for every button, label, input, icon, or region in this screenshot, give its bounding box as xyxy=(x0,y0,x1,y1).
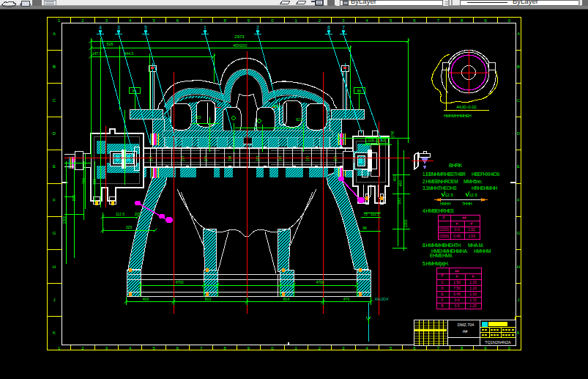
svg-text:147.5: 147.5 xyxy=(92,51,102,56)
svg-text:EHMEHM9.: EHMEHM9. xyxy=(430,253,453,258)
svg-text:8.HMHMHBHEHTH: 8.HMHMHBHEHTH xyxy=(423,243,461,248)
svg-text:86: 86 xyxy=(357,89,362,93)
svg-text:MMH5nn.: MMH5nn. xyxy=(464,179,483,184)
svg-text:1.50: 1.50 xyxy=(453,280,461,284)
svg-text:ByLayer: ByLayer xyxy=(513,0,538,5)
svg-text:J: J xyxy=(518,298,520,302)
svg-text:G: G xyxy=(53,231,56,235)
svg-text:ByLayer: ByLayer xyxy=(351,0,376,5)
svg-text:0.45: 0.45 xyxy=(453,234,461,238)
svg-text:H: H xyxy=(53,265,56,269)
svg-text:##: ## xyxy=(462,216,466,220)
svg-text:6: 6 xyxy=(327,25,330,30)
svg-text:4700: 4700 xyxy=(316,280,324,284)
svg-text:XHJDX: XHJDX xyxy=(373,297,390,301)
svg-text:D: D xyxy=(517,131,521,136)
svg-text:0.5: 0.5 xyxy=(455,303,460,308)
svg-text:HXHH: HXHH xyxy=(440,202,450,206)
svg-text:C: C xyxy=(53,98,56,103)
svg-text:C: C xyxy=(441,280,444,284)
svg-text:0.4: 0.4 xyxy=(455,227,460,232)
svg-text:444.5: 444.5 xyxy=(124,51,134,56)
svg-text:42.8: 42.8 xyxy=(272,104,280,108)
svg-text:D: D xyxy=(53,131,56,136)
svg-text:(1500): (1500) xyxy=(439,234,450,238)
svg-text:450: 450 xyxy=(398,180,403,187)
svg-text:1.52: 1.52 xyxy=(468,227,475,232)
svg-text:470: 470 xyxy=(343,297,350,301)
svg-text:3.1MHHTHEOHS: 3.1MHHTHEOHS xyxy=(423,185,457,191)
svg-text:G: G xyxy=(517,231,521,235)
svg-text:HMHMHHMHEH: HMHMHHMHEH xyxy=(444,114,472,118)
svg-text:#: # xyxy=(456,274,458,279)
svg-text:D: D xyxy=(441,286,444,290)
svg-text:400: 400 xyxy=(92,179,97,185)
svg-text:1: 1 xyxy=(204,25,206,30)
svg-text:5.HMHM(a)H.: 5.HMHM(a)H. xyxy=(423,261,449,267)
svg-text:526: 526 xyxy=(106,42,113,46)
svg-text:A#: A# xyxy=(463,329,469,334)
svg-text:44JD-0.02: 44JD-0.02 xyxy=(456,105,477,109)
svg-text:#: # xyxy=(456,221,458,226)
svg-text:(1200): (1200) xyxy=(439,227,450,232)
svg-text:12.5: 12.5 xyxy=(444,193,453,197)
svg-text:4700: 4700 xyxy=(175,280,183,284)
svg-text:HBEFHXHIO9.: HBEFHXHIO9. xyxy=(472,172,501,177)
svg-text:62.5: 62.5 xyxy=(296,117,303,122)
svg-text:7.50: 7.50 xyxy=(453,286,461,290)
svg-text:1.25: 1.25 xyxy=(469,303,477,308)
svg-text:4: 4 xyxy=(99,25,102,30)
svg-text:700: 700 xyxy=(81,178,86,185)
svg-text:DMZ.704: DMZ.704 xyxy=(458,323,475,327)
svg-text:B: B xyxy=(53,65,56,69)
svg-text:A: A xyxy=(517,32,520,36)
svg-text:A: A xyxy=(53,32,56,36)
svg-text:0.45: 0.45 xyxy=(453,292,461,296)
svg-text:1.53: 1.53 xyxy=(468,234,475,238)
svg-text:E: E xyxy=(53,164,56,169)
svg-text:118: 118 xyxy=(368,138,374,142)
svg-text:7HHH: 7HHH xyxy=(462,202,472,206)
svg-text:800: 800 xyxy=(72,195,76,202)
svg-text:0.6: 0.6 xyxy=(455,298,460,302)
svg-text:K: K xyxy=(53,331,56,335)
svg-text:MHA.M.: MHA.M. xyxy=(468,243,484,248)
svg-text:K: K xyxy=(517,331,520,335)
svg-text:96: 96 xyxy=(362,226,367,230)
svg-text:814: 814 xyxy=(283,297,290,301)
svg-text:123: 123 xyxy=(195,115,201,119)
svg-text:112.5: 112.5 xyxy=(371,212,379,216)
svg-text:B: B xyxy=(517,65,520,69)
svg-text:2973: 2973 xyxy=(234,34,245,39)
svg-text:F: F xyxy=(53,198,56,202)
svg-text:E: E xyxy=(517,164,520,169)
svg-text:1300: 1300 xyxy=(62,216,67,224)
svg-text:4.HMBEHRHES: 4.HMBEHRHES xyxy=(423,208,455,213)
svg-text:(80): (80) xyxy=(397,197,401,204)
svg-text:#DN200: #DN200 xyxy=(234,43,248,48)
svg-text:3: 3 xyxy=(117,25,120,30)
svg-text:BHRK: BHRK xyxy=(449,163,463,168)
svg-text:J: J xyxy=(53,298,56,302)
svg-text:400: 400 xyxy=(143,297,149,301)
svg-text:810: 810 xyxy=(205,297,212,301)
svg-text:HMHHM: HMHHM xyxy=(474,249,491,254)
svg-text:5: 5 xyxy=(144,25,147,30)
svg-text:(74): (74) xyxy=(390,130,395,137)
svg-text:1.72: 1.72 xyxy=(469,298,477,302)
svg-text:F: F xyxy=(517,198,520,202)
svg-text:C: C xyxy=(517,98,521,103)
svg-text:##: ## xyxy=(455,269,459,273)
svg-text:1.EBNHMRHBSTHBR: 1.EBNHMRHBSTHBR xyxy=(423,172,466,177)
svg-text:TQ1N2N4N2A: TQ1N2N4N2A xyxy=(485,340,511,345)
svg-text:1.10: 1.10 xyxy=(469,292,477,296)
svg-text:325: 325 xyxy=(126,225,133,229)
svg-text:1.10: 1.10 xyxy=(469,286,477,290)
svg-text:#: # xyxy=(472,274,475,279)
svg-text:1.15: 1.15 xyxy=(469,280,477,284)
svg-text:2: 2 xyxy=(256,25,259,30)
svg-text:F: F xyxy=(441,298,443,302)
svg-text:1300: 1300 xyxy=(403,219,408,227)
svg-text:7: 7 xyxy=(342,25,345,30)
svg-text:75: 75 xyxy=(363,212,368,216)
